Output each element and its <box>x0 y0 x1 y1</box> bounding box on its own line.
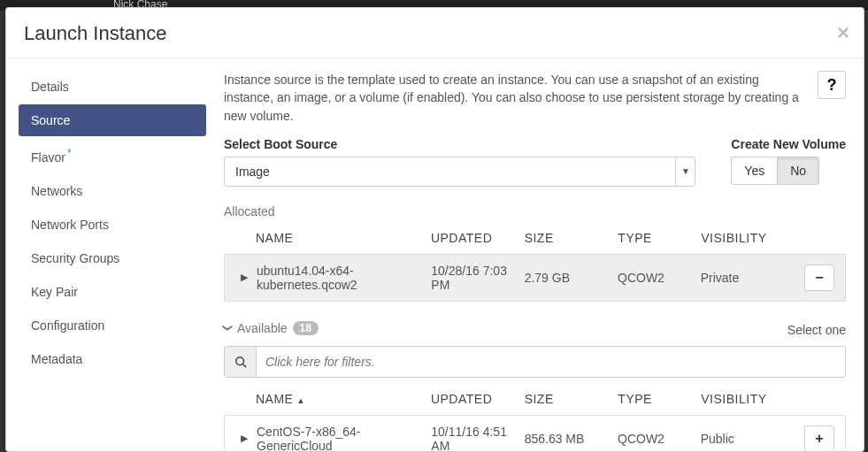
available-table: NAME▲ UPDATED SIZE TYPE VISIBILITY ▶ Cen… <box>224 383 846 450</box>
cell-visibility: Private <box>701 271 794 285</box>
sidebar-item-networks[interactable]: Networks <box>19 175 206 207</box>
minus-icon: − <box>815 270 823 286</box>
filter-row <box>224 346 846 378</box>
available-count-badge: 18 <box>293 321 319 335</box>
sidebar-item-details[interactable]: Details <box>19 71 206 103</box>
filter-input[interactable] <box>257 347 845 377</box>
close-button[interactable]: × <box>837 20 849 45</box>
col-header-name: NAME <box>256 231 431 245</box>
allocated-heading: Allocated <box>224 204 846 218</box>
boot-source-group: Select Boot Source Image ▼ <box>224 137 695 187</box>
available-heading-text: Available <box>237 321 288 335</box>
cell-updated: 10/11/16 4:51 AM <box>431 425 524 450</box>
plus-icon: + <box>815 431 823 447</box>
col-header-updated[interactable]: UPDATED <box>431 392 525 406</box>
cell-visibility: Public <box>701 432 794 446</box>
sidebar-item-label: Key Pair <box>31 285 78 299</box>
col-header-size: SIZE <box>525 231 618 245</box>
cell-type: QCOW2 <box>618 271 701 285</box>
col-header-name-text: NAME <box>256 392 293 406</box>
allocated-row: ▶ ubuntu14.04-x64-kubernetes.qcow2 10/28… <box>224 254 846 302</box>
sidebar-item-label: Security Groups <box>31 251 119 265</box>
sidebar-item-configuration[interactable]: Configuration <box>19 310 206 341</box>
expand-row-button[interactable]: ▶ <box>232 272 257 283</box>
cell-size: 2.79 GB <box>525 271 618 285</box>
filter-search-button[interactable] <box>225 347 257 377</box>
intro-row: Instance source is the template used to … <box>224 71 846 125</box>
expand-row-button[interactable]: ▶ <box>232 433 257 444</box>
modal-title: Launch Instance <box>24 22 846 45</box>
sidebar-item-key-pair[interactable]: Key Pair <box>19 276 206 308</box>
select-one-hint: Select one <box>787 323 846 337</box>
col-header-size[interactable]: SIZE <box>525 392 618 406</box>
cell-name: ubuntu14.04-x64-kubernetes.qcow2 <box>257 264 431 292</box>
col-header-visibility[interactable]: VISIBILITY <box>701 392 795 406</box>
create-volume-label: Create New Volume <box>731 137 846 151</box>
sidebar-item-label: Source <box>31 113 70 127</box>
sidebar-item-label: Networks <box>31 184 82 198</box>
sidebar-item-metadata[interactable]: Metadata <box>19 343 206 375</box>
modal-header: Launch Instance × <box>6 8 864 58</box>
boot-source-select[interactable]: Image ▼ <box>224 157 695 187</box>
sort-asc-icon: ▲ <box>296 396 304 405</box>
allocated-table-header: NAME UPDATED SIZE TYPE VISIBILITY <box>224 222 846 254</box>
sidebar-item-label: Details <box>31 80 69 94</box>
create-volume-group: Create New Volume Yes No <box>731 137 846 187</box>
create-volume-yes-button[interactable]: Yes <box>731 157 777 185</box>
chevron-down-icon: ▼ <box>675 157 695 186</box>
boot-source-label: Select Boot Source <box>224 137 695 151</box>
sidebar-item-security-groups[interactable]: Security Groups <box>19 242 206 274</box>
intro-text: Instance source is the template used to … <box>224 71 807 125</box>
cell-updated: 10/28/16 7:03 PM <box>431 264 524 292</box>
col-header-name-sortable[interactable]: NAME▲ <box>256 392 431 406</box>
required-asterisk-icon: * <box>67 147 72 159</box>
wizard-content: Instance source is the template used to … <box>219 58 864 450</box>
svg-line-1 <box>242 364 246 368</box>
cell-name: CentOS-7-x86_64-GenericCloud <box>257 425 431 450</box>
cell-type: QCOW2 <box>618 432 701 446</box>
available-header-row: ❯ Available 18 Select one <box>224 321 846 339</box>
close-icon: × <box>837 20 849 44</box>
cell-size: 856.63 MB <box>525 432 618 446</box>
sidebar-item-network-ports[interactable]: Network Ports <box>19 209 206 241</box>
create-volume-toggle: Yes No <box>731 157 846 185</box>
help-icon: ? <box>827 76 837 95</box>
allocated-heading-text: Allocated <box>224 204 275 218</box>
col-header-type[interactable]: TYPE <box>618 392 701 406</box>
sidebar-item-label: Network Ports <box>31 218 109 232</box>
chevron-right-icon: ▶ <box>241 272 248 283</box>
deallocate-button[interactable]: − <box>804 264 834 291</box>
allocate-button[interactable]: + <box>804 425 834 450</box>
available-heading[interactable]: ❯ Available 18 <box>224 321 319 335</box>
sidebar-item-label: Metadata <box>31 352 82 366</box>
col-header-updated: UPDATED <box>431 231 525 245</box>
available-row: ▶ CentOS-7-x86_64-GenericCloud 10/11/16 … <box>224 415 846 450</box>
sidebar-item-label: Flavor <box>31 150 65 165</box>
sidebar-item-flavor[interactable]: Flavor* <box>19 138 206 173</box>
chevron-right-icon: ▶ <box>241 433 248 444</box>
col-header-visibility: VISIBILITY <box>701 231 795 245</box>
search-icon <box>234 356 247 368</box>
col-header-type: TYPE <box>618 231 701 245</box>
help-button[interactable]: ? <box>818 71 846 99</box>
sidebar-item-source[interactable]: Source <box>19 104 206 136</box>
chevron-down-icon: ❯ <box>222 324 234 332</box>
boot-source-value: Image <box>235 165 270 179</box>
sidebar-item-label: Configuration <box>31 318 104 333</box>
svg-point-0 <box>235 357 243 365</box>
available-table-header: NAME▲ UPDATED SIZE TYPE VISIBILITY <box>224 383 846 415</box>
create-volume-no-button[interactable]: No <box>777 157 819 185</box>
launch-instance-modal: Launch Instance × Details Source Flavor*… <box>5 7 864 452</box>
wizard-sidebar: Details Source Flavor* Networks Network … <box>6 58 219 450</box>
allocated-table: NAME UPDATED SIZE TYPE VISIBILITY ▶ ubun… <box>224 222 846 302</box>
modal-body: Details Source Flavor* Networks Network … <box>6 58 864 450</box>
boot-config-row: Select Boot Source Image ▼ Create New Vo… <box>224 137 846 187</box>
